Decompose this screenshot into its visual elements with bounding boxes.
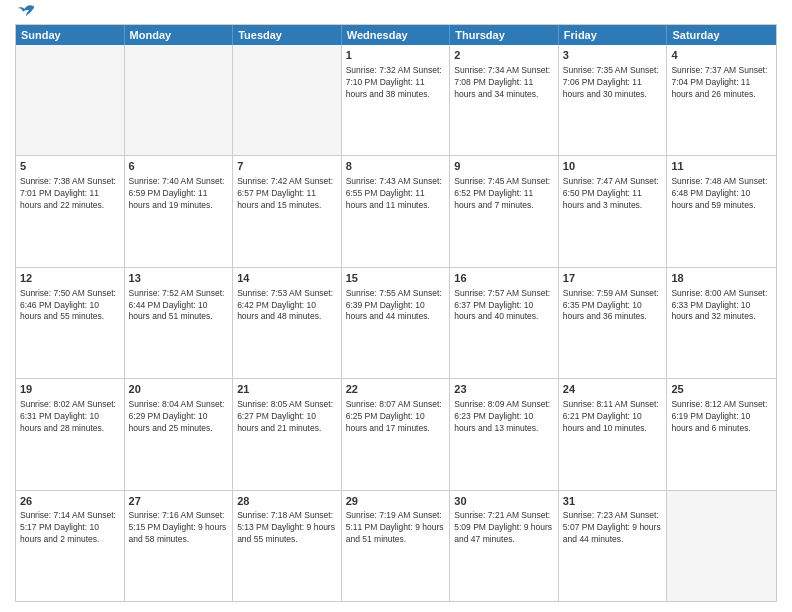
- day-number: 27: [129, 494, 229, 509]
- day-cell-21: 21Sunrise: 8:05 AM Sunset: 6:27 PM Dayli…: [233, 379, 342, 489]
- day-info: Sunrise: 7:43 AM Sunset: 6:55 PM Dayligh…: [346, 176, 446, 212]
- day-info: Sunrise: 7:38 AM Sunset: 7:01 PM Dayligh…: [20, 176, 120, 212]
- day-number: 25: [671, 382, 772, 397]
- day-number: 22: [346, 382, 446, 397]
- day-cell-4: 4Sunrise: 7:37 AM Sunset: 7:04 PM Daylig…: [667, 45, 776, 155]
- weekday-header-thursday: Thursday: [450, 25, 559, 45]
- day-info: Sunrise: 7:59 AM Sunset: 6:35 PM Dayligh…: [563, 288, 663, 324]
- calendar-header: SundayMondayTuesdayWednesdayThursdayFrid…: [16, 25, 776, 45]
- day-cell-15: 15Sunrise: 7:55 AM Sunset: 6:39 PM Dayli…: [342, 268, 451, 378]
- day-cell-6: 6Sunrise: 7:40 AM Sunset: 6:59 PM Daylig…: [125, 156, 234, 266]
- day-info: Sunrise: 7:50 AM Sunset: 6:46 PM Dayligh…: [20, 288, 120, 324]
- day-cell-26: 26Sunrise: 7:14 AM Sunset: 5:17 PM Dayli…: [16, 491, 125, 601]
- day-cell-25: 25Sunrise: 8:12 AM Sunset: 6:19 PM Dayli…: [667, 379, 776, 489]
- day-number: 17: [563, 271, 663, 286]
- day-info: Sunrise: 7:32 AM Sunset: 7:10 PM Dayligh…: [346, 65, 446, 101]
- day-cell-30: 30Sunrise: 7:21 AM Sunset: 5:09 PM Dayli…: [450, 491, 559, 601]
- day-cell-23: 23Sunrise: 8:09 AM Sunset: 6:23 PM Dayli…: [450, 379, 559, 489]
- day-cell-16: 16Sunrise: 7:57 AM Sunset: 6:37 PM Dayli…: [450, 268, 559, 378]
- day-number: 23: [454, 382, 554, 397]
- day-cell-2: 2Sunrise: 7:34 AM Sunset: 7:08 PM Daylig…: [450, 45, 559, 155]
- header: [15, 10, 777, 18]
- day-info: Sunrise: 7:57 AM Sunset: 6:37 PM Dayligh…: [454, 288, 554, 324]
- day-number: 10: [563, 159, 663, 174]
- day-number: 2: [454, 48, 554, 63]
- day-cell-5: 5Sunrise: 7:38 AM Sunset: 7:01 PM Daylig…: [16, 156, 125, 266]
- day-number: 11: [671, 159, 772, 174]
- day-info: Sunrise: 8:04 AM Sunset: 6:29 PM Dayligh…: [129, 399, 229, 435]
- day-number: 28: [237, 494, 337, 509]
- day-number: 5: [20, 159, 120, 174]
- day-cell-14: 14Sunrise: 7:53 AM Sunset: 6:42 PM Dayli…: [233, 268, 342, 378]
- day-number: 9: [454, 159, 554, 174]
- weekday-header-monday: Monday: [125, 25, 234, 45]
- day-cell-29: 29Sunrise: 7:19 AM Sunset: 5:11 PM Dayli…: [342, 491, 451, 601]
- page: SundayMondayTuesdayWednesdayThursdayFrid…: [0, 0, 792, 612]
- day-number: 18: [671, 271, 772, 286]
- day-cell-10: 10Sunrise: 7:47 AM Sunset: 6:50 PM Dayli…: [559, 156, 668, 266]
- day-cell-8: 8Sunrise: 7:43 AM Sunset: 6:55 PM Daylig…: [342, 156, 451, 266]
- calendar-row-4: 26Sunrise: 7:14 AM Sunset: 5:17 PM Dayli…: [16, 490, 776, 601]
- day-info: Sunrise: 7:53 AM Sunset: 6:42 PM Dayligh…: [237, 288, 337, 324]
- day-info: Sunrise: 8:12 AM Sunset: 6:19 PM Dayligh…: [671, 399, 772, 435]
- calendar-row-1: 5Sunrise: 7:38 AM Sunset: 7:01 PM Daylig…: [16, 155, 776, 266]
- day-number: 7: [237, 159, 337, 174]
- day-info: Sunrise: 7:48 AM Sunset: 6:48 PM Dayligh…: [671, 176, 772, 212]
- day-cell-9: 9Sunrise: 7:45 AM Sunset: 6:52 PM Daylig…: [450, 156, 559, 266]
- logo: [15, 10, 35, 18]
- day-cell-20: 20Sunrise: 8:04 AM Sunset: 6:29 PM Dayli…: [125, 379, 234, 489]
- day-info: Sunrise: 7:23 AM Sunset: 5:07 PM Dayligh…: [563, 510, 663, 546]
- weekday-header-saturday: Saturday: [667, 25, 776, 45]
- day-cell-18: 18Sunrise: 8:00 AM Sunset: 6:33 PM Dayli…: [667, 268, 776, 378]
- day-info: Sunrise: 8:05 AM Sunset: 6:27 PM Dayligh…: [237, 399, 337, 435]
- day-cell-17: 17Sunrise: 7:59 AM Sunset: 6:35 PM Dayli…: [559, 268, 668, 378]
- day-cell-1: 1Sunrise: 7:32 AM Sunset: 7:10 PM Daylig…: [342, 45, 451, 155]
- day-cell-31: 31Sunrise: 7:23 AM Sunset: 5:07 PM Dayli…: [559, 491, 668, 601]
- day-number: 31: [563, 494, 663, 509]
- calendar-row-0: 1Sunrise: 7:32 AM Sunset: 7:10 PM Daylig…: [16, 45, 776, 155]
- day-info: Sunrise: 7:34 AM Sunset: 7:08 PM Dayligh…: [454, 65, 554, 101]
- day-info: Sunrise: 8:07 AM Sunset: 6:25 PM Dayligh…: [346, 399, 446, 435]
- calendar-row-3: 19Sunrise: 8:02 AM Sunset: 6:31 PM Dayli…: [16, 378, 776, 489]
- weekday-header-friday: Friday: [559, 25, 668, 45]
- day-info: Sunrise: 7:37 AM Sunset: 7:04 PM Dayligh…: [671, 65, 772, 101]
- day-number: 13: [129, 271, 229, 286]
- empty-cell-4-6: [667, 491, 776, 601]
- day-number: 1: [346, 48, 446, 63]
- day-info: Sunrise: 7:19 AM Sunset: 5:11 PM Dayligh…: [346, 510, 446, 546]
- day-cell-22: 22Sunrise: 8:07 AM Sunset: 6:25 PM Dayli…: [342, 379, 451, 489]
- day-info: Sunrise: 7:55 AM Sunset: 6:39 PM Dayligh…: [346, 288, 446, 324]
- day-info: Sunrise: 8:09 AM Sunset: 6:23 PM Dayligh…: [454, 399, 554, 435]
- day-info: Sunrise: 8:02 AM Sunset: 6:31 PM Dayligh…: [20, 399, 120, 435]
- day-number: 12: [20, 271, 120, 286]
- day-cell-24: 24Sunrise: 8:11 AM Sunset: 6:21 PM Dayli…: [559, 379, 668, 489]
- calendar: SundayMondayTuesdayWednesdayThursdayFrid…: [15, 24, 777, 602]
- day-info: Sunrise: 7:21 AM Sunset: 5:09 PM Dayligh…: [454, 510, 554, 546]
- day-number: 4: [671, 48, 772, 63]
- day-info: Sunrise: 7:47 AM Sunset: 6:50 PM Dayligh…: [563, 176, 663, 212]
- day-info: Sunrise: 7:14 AM Sunset: 5:17 PM Dayligh…: [20, 510, 120, 546]
- day-number: 20: [129, 382, 229, 397]
- day-cell-7: 7Sunrise: 7:42 AM Sunset: 6:57 PM Daylig…: [233, 156, 342, 266]
- day-number: 15: [346, 271, 446, 286]
- day-number: 29: [346, 494, 446, 509]
- empty-cell-0-1: [125, 45, 234, 155]
- day-info: Sunrise: 7:42 AM Sunset: 6:57 PM Dayligh…: [237, 176, 337, 212]
- logo-bird-icon: [17, 2, 35, 20]
- day-number: 8: [346, 159, 446, 174]
- weekday-header-sunday: Sunday: [16, 25, 125, 45]
- day-number: 3: [563, 48, 663, 63]
- day-number: 6: [129, 159, 229, 174]
- day-cell-12: 12Sunrise: 7:50 AM Sunset: 6:46 PM Dayli…: [16, 268, 125, 378]
- empty-cell-0-2: [233, 45, 342, 155]
- day-info: Sunrise: 8:00 AM Sunset: 6:33 PM Dayligh…: [671, 288, 772, 324]
- weekday-header-wednesday: Wednesday: [342, 25, 451, 45]
- day-number: 21: [237, 382, 337, 397]
- day-cell-19: 19Sunrise: 8:02 AM Sunset: 6:31 PM Dayli…: [16, 379, 125, 489]
- day-info: Sunrise: 7:45 AM Sunset: 6:52 PM Dayligh…: [454, 176, 554, 212]
- day-number: 26: [20, 494, 120, 509]
- day-number: 14: [237, 271, 337, 286]
- day-info: Sunrise: 7:52 AM Sunset: 6:44 PM Dayligh…: [129, 288, 229, 324]
- day-number: 19: [20, 382, 120, 397]
- empty-cell-0-0: [16, 45, 125, 155]
